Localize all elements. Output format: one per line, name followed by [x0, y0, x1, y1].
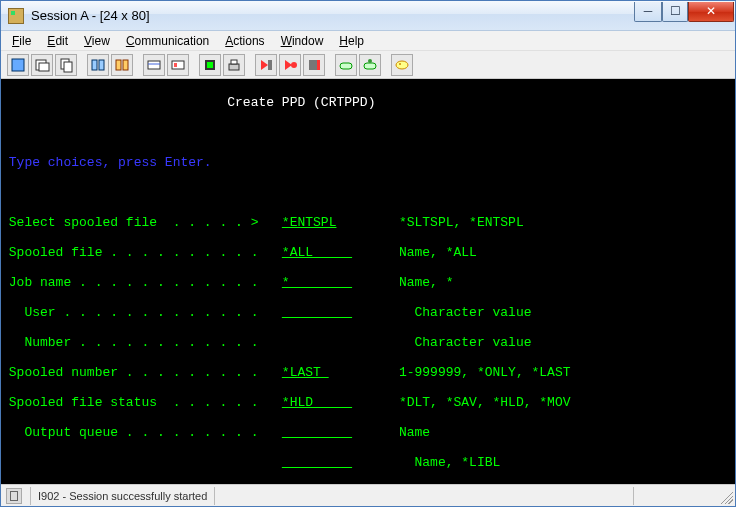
menu-help[interactable]: Help — [336, 33, 367, 49]
toolbar-btn-9[interactable] — [223, 54, 245, 76]
field-hint: *DLT, *SAV, *HLD, *MOV — [399, 395, 571, 410]
menubar: File Edit View Communication Actions Win… — [1, 31, 735, 51]
field-hint: Name — [399, 425, 430, 440]
toolbar-btn-2[interactable] — [31, 54, 53, 76]
field-hint: 1-999999, *ONLY, *LAST — [399, 365, 571, 380]
svg-rect-6 — [99, 60, 104, 70]
svg-point-20 — [291, 62, 297, 68]
field-row: Job name . . . . . . . . . . . . * Name,… — [1, 275, 735, 290]
toolbar-btn-7[interactable] — [167, 54, 189, 76]
field-input[interactable]: *ENTSPL — [282, 215, 337, 230]
resize-grip[interactable] — [717, 488, 733, 504]
toolbar-btn-8[interactable] — [199, 54, 221, 76]
field-row: Number . . . . . . . . . . . . Character… — [1, 335, 735, 350]
window-title: Session A - [24 x 80] — [29, 8, 634, 23]
svg-rect-7 — [116, 60, 121, 70]
field-row: User . . . . . . . . . . . . . Character… — [1, 305, 735, 320]
instruction-text: Type choices, press Enter. — [9, 155, 212, 170]
svg-rect-4 — [64, 62, 72, 72]
field-input[interactable]: *ALL — [282, 245, 352, 260]
field-input[interactable]: *LAST — [282, 365, 329, 380]
svg-rect-9 — [148, 61, 160, 69]
svg-rect-24 — [364, 63, 376, 69]
menu-file[interactable]: File — [9, 33, 34, 49]
field-input[interactable]: * — [282, 275, 352, 290]
svg-rect-0 — [12, 59, 24, 71]
close-button[interactable]: ✕ — [688, 2, 734, 22]
menu-edit[interactable]: Edit — [44, 33, 71, 49]
field-input[interactable] — [282, 425, 352, 440]
status-icon[interactable] — [6, 488, 22, 504]
svg-rect-11 — [172, 61, 184, 69]
svg-rect-15 — [229, 64, 239, 70]
field-hint: Name, *LIBL — [415, 455, 501, 470]
svg-rect-2 — [39, 63, 49, 71]
svg-rect-22 — [317, 60, 320, 70]
status-message: I902 - Session successfully started — [34, 490, 211, 502]
field-input[interactable] — [282, 455, 352, 470]
titlebar[interactable]: Session A - [24 x 80] ─ ☐ ✕ — [1, 1, 735, 31]
toolbar-btn-12[interactable] — [303, 54, 325, 76]
toolbar-btn-15[interactable] — [391, 54, 413, 76]
menu-actions[interactable]: Actions — [222, 33, 267, 49]
field-hint: Character value — [415, 305, 532, 320]
app-icon — [8, 8, 24, 24]
toolbar-btn-11[interactable] — [279, 54, 301, 76]
toolbar-btn-5[interactable] — [111, 54, 133, 76]
maximize-button[interactable]: ☐ — [662, 2, 688, 22]
field-row: Output queue . . . . . . . . . Name — [1, 425, 735, 440]
field-hint: Name, * — [399, 275, 454, 290]
toolbar-btn-13[interactable] — [335, 54, 357, 76]
field-row: Name, *LIBL — [1, 455, 735, 470]
app-window: Session A - [24 x 80] ─ ☐ ✕ File Edit Vi… — [0, 0, 736, 507]
toolbar-btn-3[interactable] — [55, 54, 77, 76]
toolbar-btn-10[interactable] — [255, 54, 277, 76]
menu-communication[interactable]: Communication — [123, 33, 212, 49]
svg-rect-12 — [174, 63, 177, 67]
svg-rect-18 — [268, 60, 272, 70]
svg-rect-5 — [92, 60, 97, 70]
toolbar-btn-4[interactable] — [87, 54, 109, 76]
field-label: Output queue . . . . . . . . . — [9, 425, 259, 440]
svg-point-26 — [396, 61, 408, 69]
svg-marker-17 — [261, 60, 268, 70]
screen-title: Create PPD (CRTPPD) — [227, 95, 375, 110]
field-hint: Name, *ALL — [399, 245, 477, 260]
field-hint: *SLTSPL, *ENTSPL — [399, 215, 524, 230]
field-label: Spooled file status . . . . . . — [9, 395, 259, 410]
field-row: Spooled file . . . . . . . . . . *ALL Na… — [1, 245, 735, 260]
status-bar: I902 - Session successfully started — [1, 484, 735, 506]
svg-rect-23 — [340, 63, 352, 69]
field-label: User . . . . . . . . . . . . . — [9, 305, 259, 320]
toolbar-btn-14[interactable] — [359, 54, 381, 76]
field-row: Select spooled file . . . . . > *ENTSPL … — [1, 215, 735, 230]
field-input[interactable]: *HLD — [282, 395, 352, 410]
field-label: Spooled number . . . . . . . . . — [9, 365, 259, 380]
field-input[interactable] — [282, 305, 352, 320]
terminal-screen[interactable]: Create PPD (CRTPPD) Type choices, press … — [1, 79, 735, 484]
svg-rect-8 — [123, 60, 128, 70]
toolbar-btn-1[interactable] — [7, 54, 29, 76]
field-label: Spooled file . . . . . . . . . . — [9, 245, 259, 260]
minimize-button[interactable]: ─ — [634, 2, 662, 22]
svg-rect-16 — [231, 60, 237, 64]
field-row: Spooled file status . . . . . . *HLD *DL… — [1, 395, 735, 410]
window-controls: ─ ☐ ✕ — [634, 2, 734, 22]
svg-point-25 — [368, 59, 372, 63]
field-hint: Character value — [415, 335, 532, 350]
menu-window[interactable]: Window — [278, 33, 327, 49]
field-label — [9, 455, 259, 470]
field-label: Job name . . . . . . . . . . . . — [9, 275, 259, 290]
svg-point-27 — [399, 63, 401, 65]
toolbar-btn-6[interactable] — [143, 54, 165, 76]
field-row: Spooled number . . . . . . . . . *LAST 1… — [1, 365, 735, 380]
field-label: Number . . . . . . . . . . . . — [9, 335, 259, 350]
svg-rect-14 — [207, 62, 213, 68]
menu-view[interactable]: View — [81, 33, 113, 49]
svg-marker-19 — [285, 60, 292, 70]
toolbar — [1, 51, 735, 79]
field-label: Select spooled file . . . . . > — [9, 215, 259, 230]
